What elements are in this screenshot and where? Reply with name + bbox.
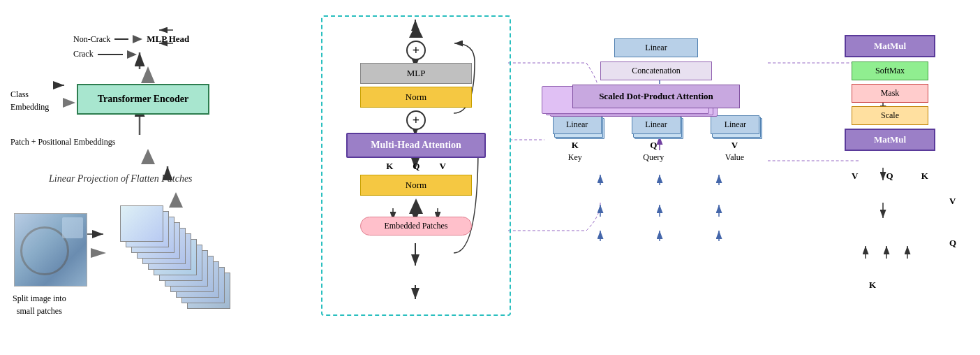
svg-marker-44 (127, 50, 137, 59)
transformer-encoder-label: Transformer Encoder (98, 94, 189, 105)
arrow-icon2 (127, 50, 137, 59)
k-side-label: K (869, 280, 876, 291)
matmul-bottom: MatMul (845, 129, 935, 151)
query-label: Query (643, 152, 664, 163)
right-detail-section: MatMul SoftMax Mask Scale MatMul (831, 35, 949, 182)
up-arrow-patch (141, 149, 155, 167)
svg-marker-43 (133, 35, 142, 43)
mlp-head-label: MLP Head (147, 34, 189, 45)
matmul-top: MatMul (845, 35, 935, 57)
q-detail-letter: Q (650, 140, 657, 151)
v-side-label: V (949, 196, 956, 207)
image-to-patches-arrow (91, 248, 106, 261)
input-arrow (409, 198, 423, 214)
residual-add-bottom: + (406, 110, 426, 130)
residual-add-top: + (406, 41, 426, 60)
svg-marker-46 (63, 98, 75, 108)
q-label: Q (413, 161, 420, 172)
mlp-block: MLP (360, 63, 472, 84)
norm-block-top: Norm (360, 87, 472, 108)
embedded-patches-box: Embedded Patches (360, 217, 472, 236)
svg-marker-45 (141, 66, 155, 83)
attention-detail-section: Linear Concatenation Scaled Dot-Product … (537, 38, 775, 163)
svg-marker-49 (91, 248, 106, 258)
output-labels: Non-Crack MLP Head Crack (73, 34, 189, 59)
linear-q: Linear (632, 115, 681, 134)
linear-k: Linear (553, 115, 602, 134)
transformer-encoder-section: + MLP Norm + Multi-Head Attention K (321, 15, 511, 316)
transformer-encoder-box: Transformer Encoder (77, 84, 209, 115)
class-embed-arrow (63, 98, 75, 110)
svg-marker-47 (141, 149, 155, 164)
linear-proj-label: Linear Projection of Flatten Patches (49, 173, 193, 184)
left-section: Non-Crack MLP Head Crack Class Embedding (7, 14, 300, 342)
v-right-label: V (852, 171, 858, 182)
mask-block: Mask (852, 84, 928, 103)
multihead-attention-block: Multi-Head Attention (346, 133, 486, 158)
concatenation-block: Concatenation (600, 61, 712, 80)
split-label: Split image into small patches (13, 292, 66, 317)
up-arrow-encoder (141, 66, 155, 86)
non-crack-label: Non-Crack (73, 34, 110, 45)
scale-block: Scale (852, 106, 928, 125)
svg-marker-50 (409, 24, 423, 38)
linear-v: Linear (711, 115, 759, 134)
softmax-block: SoftMax (852, 61, 928, 80)
linear-output: Linear (614, 38, 698, 57)
v-label: V (439, 161, 445, 172)
output-arrow (409, 24, 423, 38)
key-label: Key (568, 152, 582, 163)
patches-stack (110, 203, 243, 328)
class-embedding-label: Class Embedding (10, 88, 49, 113)
k-label: K (386, 161, 393, 172)
patch-pos-label: Patch + Positional Embeddings (10, 136, 115, 147)
crack-label: Crack (73, 49, 94, 59)
value-label: Value (725, 152, 744, 163)
scaled-dot-product-block: Scaled Dot-Product Attention (572, 85, 740, 108)
norm-block-bottom: Norm (360, 175, 472, 196)
q-side-label: Q (949, 238, 956, 249)
v-detail-letter: V (732, 140, 738, 151)
arrow-icon (133, 35, 142, 43)
input-image (14, 213, 87, 287)
k-right-label: K (921, 171, 928, 182)
q-right-label: Q (886, 171, 893, 182)
k-detail-letter: K (572, 140, 579, 151)
svg-marker-51 (409, 198, 423, 214)
